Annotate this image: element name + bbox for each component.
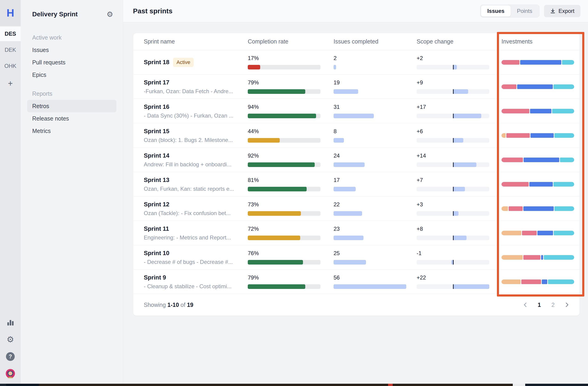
investment-segment-blue [530,133,554,138]
investment-segment-cyan [562,60,574,65]
scope-change-value: +2 [417,55,502,62]
status-badge: Active [173,58,194,67]
showing-range: 1-10 [168,301,179,308]
scope-zero-divider [453,65,454,69]
sprint-subtitle: Andrew: Fill in backlog + onboardi... [144,161,248,168]
completion-bar-track [248,211,320,216]
scope-zero-divider [453,114,454,118]
sprint-subtitle: -Furkan, Ozan: Data Fetch - Andre... [144,88,248,95]
issues-completed-cell: 23 [334,226,417,240]
showing-of: of [181,301,186,308]
investment-segment-cyan [544,255,574,260]
investment-segment-pink [506,133,529,138]
next-page-icon[interactable] [563,301,571,309]
investment-segment-pink [502,182,529,187]
investment-segment-pink [523,255,540,260]
issues-points-toggle: IssuesPoints [480,5,539,18]
table-row[interactable]: Sprint 16- Data Sync (30%) - Furkan, Oza… [133,99,580,123]
issues-completed-cell: 56 [334,275,417,289]
completion-rate-cell: 73% [248,201,334,216]
toggle-option-issues[interactable]: Issues [481,5,511,17]
sprint-name-cell: Sprint 17-Furkan, Ozan: Data Fetch - And… [144,79,248,95]
completion-bar-fill [248,114,316,118]
scope-zero-divider [453,187,454,191]
table-row[interactable]: Sprint 17-Furkan, Ozan: Data Fetch - And… [133,75,580,99]
table-row[interactable]: Sprint 15Ozan (block): 1. Bugs 2. Milest… [133,123,580,148]
project-settings-icon[interactable]: ⚙ [106,11,113,18]
scope-change-cell: +6 [417,128,502,143]
scope-change-track [417,260,489,265]
investment-segment-cyan [554,231,574,235]
scope-change-track [417,211,489,216]
issues-completed-cell: 24 [334,152,417,167]
completion-bar-fill [248,284,305,289]
workspace-tab-ohk[interactable]: OHK [0,59,21,73]
gear-icon[interactable]: ⚙ [6,335,15,344]
user-avatar[interactable] [6,369,15,378]
sidebar-item-metrics[interactable]: Metrics [27,125,116,137]
scope-zero-divider [453,211,454,216]
toggle-option-points[interactable]: Points [511,5,539,17]
sidebar-item-epics[interactable]: Epics [27,68,116,81]
sidebar-item-pull-requests[interactable]: Pull requests [27,56,116,68]
bottom-window-edge [0,384,588,386]
sprint-name: Sprint 12 [144,201,169,208]
sidebar-item-issues[interactable]: Issues [27,44,116,56]
sidebar-item-retros[interactable]: Retros [27,100,116,112]
investment-segment-pink [502,60,520,65]
export-button[interactable]: Export [544,5,580,17]
add-workspace-button[interactable]: + [0,77,21,90]
nav-section: Active workIssuesPull requestsEpics [27,31,116,81]
page-1[interactable]: 1 [535,300,543,310]
table-row[interactable]: Sprint 9- Cleanup & stabilize - Cost opt… [133,270,580,294]
help-icon[interactable]: ? [6,352,15,361]
investment-segment-pink [502,158,523,162]
table-row[interactable]: Sprint 14Andrew: Fill in backlog + onboa… [133,148,580,172]
sprint-name-line: Sprint 9 [144,274,248,281]
table-footer: Showing 1-10 of 19 12 [133,294,580,316]
investment-segment-orange [502,255,523,260]
completion-rate-value: 17% [248,55,334,62]
completion-bar-fill [248,162,315,167]
sidebar-header: Delivery Sprint ⚙ [21,11,123,18]
project-sidebar: Delivery Sprint ⚙ Active workIssuesPull … [21,0,123,386]
showing-summary: Showing 1-10 of 19 [144,301,193,308]
completion-bar-fill [248,89,305,94]
page-2[interactable]: 2 [549,300,557,310]
prev-page-icon[interactable] [522,301,529,309]
completion-rate-cell: 81% [248,177,334,191]
sprint-name-cell: Sprint 13Ozan, Furkan, Kan: static repor… [144,176,248,192]
completion-bar-track [248,260,320,265]
bar-chart-icon[interactable] [6,318,15,327]
investments-stacked-bar [502,255,574,260]
investments-cell [502,158,574,162]
table-row[interactable]: Sprint 13Ozan, Furkan, Kan: static repor… [133,172,580,196]
sprint-name-cell: Sprint 10- Decrease # of bugs - Decrease… [144,250,248,265]
workspace-tab-dek[interactable]: DEK [0,43,21,57]
completion-bar-fill [248,236,300,240]
table-row[interactable]: Sprint 12Ozan (Tackle): - Fix confusion … [133,196,580,221]
completion-bar-fill [248,260,303,265]
sprint-name-line: Sprint 18Active [144,58,248,67]
sprint-name-line: Sprint 12 [144,201,248,208]
main-area: Past sprints IssuesPoints Export Sprint … [123,0,588,386]
investment-segment-pink [522,231,537,235]
sidebar-item-release-notes[interactable]: Release notes [27,112,116,125]
issues-completed-bar [334,284,406,289]
scope-zero-divider [453,260,454,265]
workspace-tab-des[interactable]: DES [0,26,21,41]
investments-cell [502,182,574,187]
table-row[interactable]: Sprint 11Engineering: - Metrics and Repo… [133,221,580,245]
table-row[interactable]: Sprint 18Active17%2+2 [133,50,580,75]
app-logo[interactable]: H [0,0,21,26]
table-row[interactable]: Sprint 10- Decrease # of bugs - Decrease… [133,245,580,270]
investments-cell [502,133,574,138]
completion-rate-value: 79% [248,79,334,86]
investments-cell [502,85,574,89]
scope-change-bar [454,236,466,240]
project-title: Delivery Sprint [32,11,78,18]
app-rail: H DESDEKOHK + ⚙ ? [0,0,21,386]
nav-section-label: Active work [27,31,116,44]
scope-change-bar [454,138,463,143]
completion-rate-value: 92% [248,152,334,159]
